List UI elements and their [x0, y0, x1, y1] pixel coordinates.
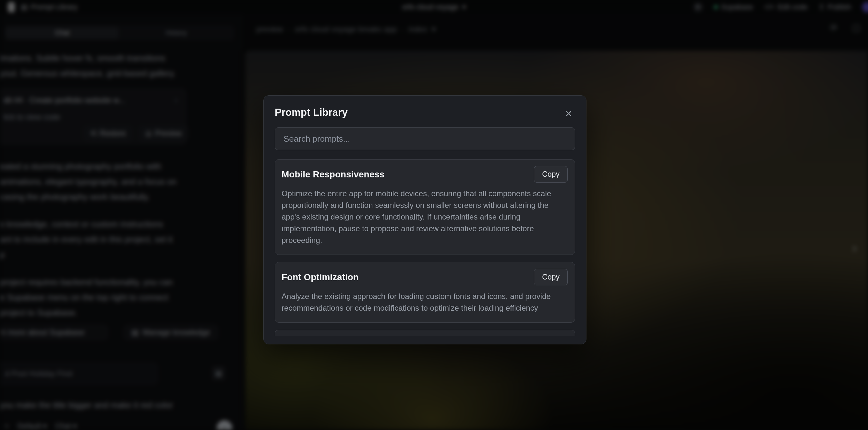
prompt-title: Font Optimization — [282, 272, 359, 282]
prompt-library-modal: Prompt Library ✕ Mobile Responsiveness C… — [264, 95, 586, 344]
search-input[interactable] — [275, 127, 575, 150]
prompt-card-font-optimization: Font Optimization Copy Analyze the exist… — [275, 262, 575, 322]
prompt-card-header: Mobile Responsiveness Copy — [282, 166, 568, 183]
close-icon[interactable]: ✕ — [563, 108, 575, 120]
prompt-list: Mobile Responsiveness Copy Optimize the … — [275, 159, 575, 336]
prompt-description: Analyze the existing approach for loadin… — [282, 290, 568, 314]
prompt-card-header: Font Optimization Copy — [282, 269, 568, 285]
prompt-card-partial — [275, 330, 575, 336]
modal-title: Prompt Library — [275, 107, 575, 118]
app-window: ▤ Prompt Library orfo cloud voyage ▾ ⚙ S… — [0, 0, 868, 430]
prompt-description: Optimize the entire app for mobile devic… — [282, 188, 568, 246]
copy-button[interactable]: Copy — [534, 269, 568, 285]
prompt-title: Mobile Responsiveness — [282, 169, 384, 180]
copy-button[interactable]: Copy — [534, 166, 568, 183]
prompt-card-mobile-responsiveness: Mobile Responsiveness Copy Optimize the … — [275, 159, 575, 255]
